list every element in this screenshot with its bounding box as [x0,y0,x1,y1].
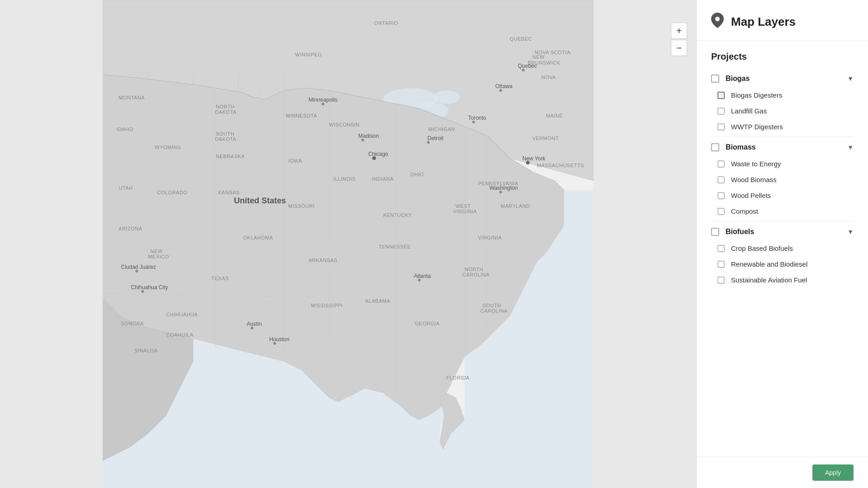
svg-text:TEXAS: TEXAS [212,276,229,281]
svg-text:ILLINOIS: ILLINOIS [334,176,356,182]
landfill-gas-checkbox[interactable] [717,108,725,115]
biofuels-label: Biofuels [726,228,847,236]
svg-text:MISSISSIPPI: MISSISSIPPI [311,303,343,308]
compost-label: Compost [731,207,758,215]
svg-text:United States: United States [234,196,286,205]
divider-2 [711,221,854,221]
svg-text:NEBRASKA: NEBRASKA [216,154,245,159]
svg-text:FLORIDA: FLORIDA [447,375,470,380]
biogas-digesters-label: Biogas Digesters [731,91,782,99]
svg-text:Madison: Madison [359,133,379,139]
svg-text:Toronto: Toronto [468,115,486,121]
svg-text:Ciudad Juárez: Ciudad Juárez [121,264,156,270]
category-biofuels[interactable]: Biofuels ▼ [711,223,854,240]
svg-text:COAHUILA: COAHUILA [166,332,193,338]
svg-text:MISSOURI: MISSOURI [288,203,315,209]
svg-text:Chicago: Chicago [368,151,388,157]
svg-text:VIRGINIA: VIRGINIA [453,209,477,214]
svg-text:MARYLAND: MARYLAND [501,203,530,209]
svg-text:VERMONT: VERMONT [533,136,559,141]
list-item-sustainable-aviation-fuel[interactable]: Sustainable Aviation Fuel [711,272,854,288]
svg-text:MEXICO: MEXICO [148,254,169,259]
svg-text:VIRGINIA: VIRGINIA [478,235,502,240]
projects-heading: Projects [711,52,854,62]
biogas-label: Biogas [726,75,847,83]
waste-to-energy-label: Waste to Energy [731,160,781,168]
list-item-wwtp-digesters[interactable]: WWTP Digesters [711,119,854,135]
compost-checkbox[interactable] [717,208,725,215]
svg-text:OHIO: OHIO [410,172,424,177]
svg-text:WYOMING: WYOMING [155,145,182,150]
svg-text:Houston: Houston [269,336,290,343]
list-item-compost[interactable]: Compost [711,203,854,219]
svg-text:Detroit: Detroit [428,135,444,141]
waste-to-energy-checkbox[interactable] [717,160,725,168]
svg-text:ALABAMA: ALABAMA [365,298,391,304]
apply-button[interactable]: Apply [812,465,854,481]
panel-footer: Apply [697,457,868,488]
location-pin-icon [711,13,724,31]
renewable-biodiesel-checkbox[interactable] [717,261,725,268]
svg-text:DAKOTA: DAKOTA [215,109,237,115]
svg-text:Minneapolis: Minneapolis [309,97,338,103]
biogas-digesters-checkbox[interactable] [717,92,725,99]
svg-text:NORTH: NORTH [216,104,235,109]
wood-pellets-checkbox[interactable] [717,192,725,199]
list-item-renewable-biodiesel[interactable]: Renewable and Biodiesel [711,256,854,272]
svg-text:IOWA: IOWA [288,158,302,164]
projects-section: Projects Biogas ▼ Biogas Digesters Landf… [697,41,868,295]
svg-point-5 [433,90,460,104]
svg-text:GEORGIA: GEORGIA [415,321,440,326]
svg-text:Atlanta: Atlanta [414,273,431,279]
svg-text:MICHIGAN: MICHIGAN [429,127,455,132]
map-container[interactable]: Winnipeg ONTARIO QUEBEC NEW BRUNSWICK NO… [0,0,696,488]
category-biogas[interactable]: Biogas ▼ [711,70,854,87]
wwtp-digesters-label: WWTP Digesters [731,123,783,131]
wood-pellets-label: Wood Pellets [731,192,771,199]
svg-text:OKLAHOMA: OKLAHOMA [243,235,274,240]
crop-based-biofuels-label: Crop Based Biofuels [731,244,793,252]
svg-text:Chihuahua City: Chihuahua City [131,284,168,291]
svg-text:IDAHO: IDAHO [117,127,133,132]
biogas-checkbox[interactable] [711,75,719,83]
biofuels-checkbox[interactable] [711,228,719,236]
biomass-label: Biomass [726,143,847,151]
svg-text:MINNESOTA: MINNESOTA [286,113,317,118]
biomass-checkbox[interactable] [711,143,719,151]
zoom-out-button[interactable]: − [671,40,687,56]
svg-text:UTAH: UTAH [119,185,133,191]
svg-text:KANSAS: KANSAS [218,190,240,195]
svg-text:SONORA: SONORA [121,321,144,326]
svg-text:WEST: WEST [456,203,471,209]
list-item-wood-pellets[interactable]: Wood Pellets [711,188,854,203]
list-item-biogas-digesters[interactable]: Biogas Digesters [711,87,854,103]
biogas-chevron-icon: ▼ [847,75,854,82]
zoom-controls: + − [671,23,687,56]
category-biomass[interactable]: Biomass ▼ [711,139,854,156]
wood-biomass-label: Wood Biomass [731,176,777,183]
svg-text:Winnipeg: Winnipeg [295,52,322,57]
svg-text:MAINE: MAINE [546,113,563,118]
sustainable-aviation-fuel-checkbox[interactable] [717,277,725,284]
landfill-gas-label: Landfill Gas [731,107,767,115]
wood-biomass-checkbox[interactable] [717,176,725,183]
zoom-in-button[interactable]: + [671,23,687,39]
list-item-crop-based-biofuels[interactable]: Crop Based Biofuels [711,240,854,256]
list-item-waste-to-energy[interactable]: Waste to Energy [711,156,854,172]
svg-text:SINALOA: SINALOA [135,348,158,353]
svg-text:ARIZONA: ARIZONA [119,226,143,231]
svg-text:TENNESSEE: TENNESSEE [379,244,411,249]
svg-text:DAKOTA: DAKOTA [215,136,237,142]
svg-text:SOUTH: SOUTH [483,303,501,308]
sustainable-aviation-fuel-label: Sustainable Aviation Fuel [731,276,807,284]
panel-title: Map Layers [731,15,796,29]
svg-text:NORTH: NORTH [465,267,483,272]
svg-text:Austin: Austin [247,321,262,327]
list-item-landfill-gas[interactable]: Landfill Gas [711,103,854,119]
svg-text:CAROLINA: CAROLINA [481,308,508,314]
list-item-wood-biomass[interactable]: Wood Biomass [711,172,854,188]
svg-text:KENTUCKY: KENTUCKY [383,212,412,218]
wwtp-digesters-checkbox[interactable] [717,123,725,131]
svg-text:COLORADO: COLORADO [157,190,188,195]
crop-based-biofuels-checkbox[interactable] [717,245,725,252]
